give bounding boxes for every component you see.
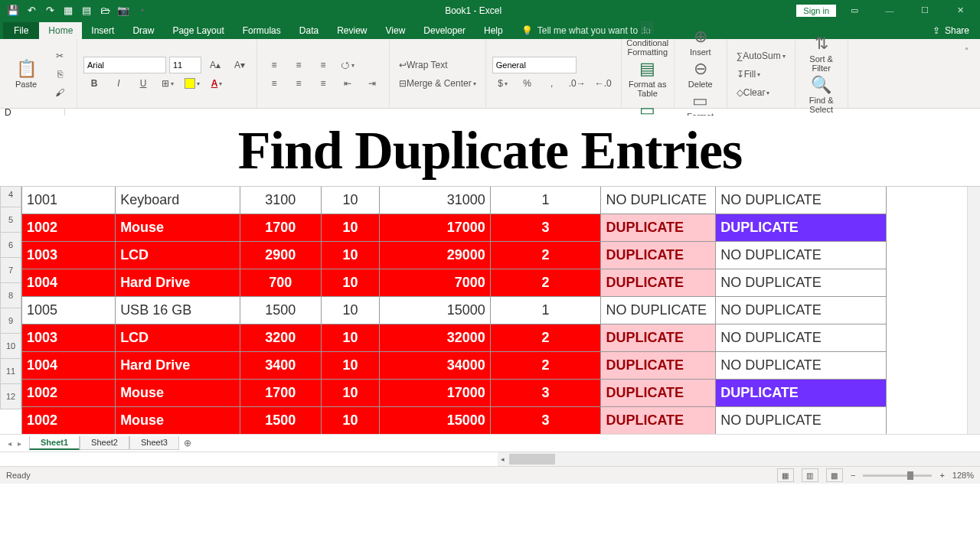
cut-icon[interactable]: ✂ (49, 47, 70, 64)
cell[interactable]: DUPLICATE (601, 242, 716, 269)
cell[interactable]: NO DUPLICATE (716, 269, 887, 297)
cell[interactable]: NO DUPLICATE (716, 407, 887, 435)
underline-button[interactable]: U (132, 75, 154, 92)
cell[interactable]: 3 (490, 407, 601, 435)
next-sheet-icon[interactable]: ▸ (18, 439, 21, 448)
cell[interactable]: Keyboard (116, 187, 240, 214)
comma-icon[interactable]: , (541, 75, 563, 92)
cell[interactable]: 2 (490, 352, 601, 380)
cell[interactable]: 3400 (240, 352, 321, 380)
cell[interactable]: LCD (116, 324, 240, 352)
align-middle-icon[interactable]: ≡ (288, 57, 309, 73)
format-as-table-button[interactable]: ▤Format as Table (628, 60, 668, 98)
cell[interactable]: 10 (321, 214, 379, 242)
horizontal-scrollbar[interactable]: ◂ (498, 452, 980, 466)
tab-insert[interactable]: Insert (82, 22, 123, 39)
format-painter-icon[interactable]: 🖌 (49, 84, 70, 101)
fill-button[interactable]: ↧ Fill (733, 66, 763, 83)
cell[interactable]: 1003 (22, 242, 116, 269)
sort-filter-button[interactable]: ⇅Sort & Filter (802, 34, 841, 73)
align-top-icon[interactable]: ≡ (263, 57, 285, 73)
row-header[interactable]: 8 (0, 283, 21, 308)
camera-icon[interactable]: 📷 (115, 2, 132, 19)
cell[interactable]: 1005 (22, 297, 116, 324)
cell[interactable]: LCD (116, 242, 240, 269)
cell[interactable]: 1700 (240, 380, 321, 407)
cell[interactable]: NO DUPLICATE (716, 297, 887, 324)
increase-indent-icon[interactable]: ⇥ (361, 75, 383, 92)
cell[interactable]: 2900 (240, 242, 321, 269)
cell[interactable]: 3 (490, 380, 601, 407)
font-name-input[interactable] (83, 57, 166, 73)
row-header[interactable]: 12 (0, 384, 21, 409)
zoom-level[interactable]: 128% (952, 471, 974, 480)
page-break-view-icon[interactable]: ▩ (826, 468, 843, 482)
maximize-icon[interactable]: ☐ (908, 0, 942, 21)
align-right-icon[interactable]: ≡ (312, 75, 334, 92)
fill-color-button[interactable] (181, 75, 203, 92)
cell[interactable]: DUPLICATE (716, 380, 887, 407)
cell[interactable]: DUPLICATE (601, 324, 716, 352)
copy-icon[interactable]: ⎘ (49, 66, 70, 83)
decrease-indent-icon[interactable]: ⇤ (337, 75, 358, 92)
wrap-text-button[interactable]: ↩ Wrap Text (396, 57, 451, 73)
cell[interactable]: 29000 (380, 242, 491, 269)
new-icon[interactable]: ▦ (60, 2, 77, 19)
cell[interactable]: NO DUPLICATE (716, 187, 887, 214)
cell[interactable]: Mouse (116, 380, 240, 407)
sign-in-button[interactable]: Sign in (796, 5, 836, 17)
cell[interactable]: 1 (490, 297, 601, 324)
zoom-slider[interactable] (863, 474, 932, 477)
align-center-icon[interactable]: ≡ (288, 75, 309, 92)
cell[interactable]: 10 (321, 187, 379, 214)
cell[interactable]: 10 (321, 324, 379, 352)
cell[interactable]: NO DUPLICATE (716, 242, 887, 269)
shrink-font-icon[interactable]: A▾ (229, 57, 250, 73)
cell[interactable]: 1700 (240, 214, 321, 242)
delete-button[interactable]: ⊖Delete (681, 60, 720, 89)
cell[interactable]: 15000 (380, 297, 491, 324)
cell[interactable]: 31000 (380, 187, 491, 214)
font-color-button[interactable]: A (206, 75, 227, 92)
close-icon[interactable]: ✕ (943, 0, 977, 21)
scroll-thumb[interactable] (509, 454, 555, 465)
cell[interactable]: 700 (240, 269, 321, 297)
cell[interactable]: 1004 (22, 269, 116, 297)
sheet-nav[interactable]: ◂▸ (0, 439, 29, 448)
cell[interactable]: DUPLICATE (601, 380, 716, 407)
cell[interactable]: Hard Drive (116, 269, 240, 297)
tab-page-layout[interactable]: Page Layout (163, 22, 233, 39)
cell[interactable]: NO DUPLICATE (601, 187, 716, 214)
scroll-left-icon[interactable]: ◂ (498, 455, 508, 463)
align-bottom-icon[interactable]: ≡ (312, 57, 334, 73)
paste-button[interactable]: 📋Paste (6, 60, 46, 89)
cell[interactable]: 2 (490, 324, 601, 352)
cell[interactable]: DUPLICATE (601, 407, 716, 435)
tab-file[interactable]: File (3, 22, 39, 39)
row-header[interactable]: 9 (0, 308, 21, 334)
bold-button[interactable]: B (83, 75, 105, 92)
cell[interactable]: DUPLICATE (601, 269, 716, 297)
font-size-input[interactable] (169, 57, 201, 73)
cell[interactable]: 3200 (240, 324, 321, 352)
cell[interactable]: 1004 (22, 352, 116, 380)
tab-formulas[interactable]: Formulas (234, 22, 290, 39)
collapse-ribbon-icon[interactable]: ˄ (956, 42, 977, 59)
decrease-decimal-icon[interactable]: ←.0 (592, 75, 615, 92)
cell[interactable]: 1500 (240, 407, 321, 435)
cell[interactable]: 1003 (22, 324, 116, 352)
cell[interactable]: 34000 (380, 352, 491, 380)
cell[interactable]: 17000 (380, 214, 491, 242)
zoom-in-button[interactable]: + (939, 471, 944, 480)
cell[interactable]: Mouse (116, 214, 240, 242)
align-left-icon[interactable]: ≡ (263, 75, 285, 92)
clear-button[interactable]: ◇ Clear (733, 84, 773, 101)
cell[interactable]: Hard Drive (116, 352, 240, 380)
grid-icon[interactable]: ▤ (78, 2, 95, 19)
grow-font-icon[interactable]: A▴ (204, 57, 226, 73)
cell[interactable]: 10 (321, 380, 379, 407)
cell[interactable]: 32000 (380, 324, 491, 352)
insert-button[interactable]: ⊕Insert (681, 28, 720, 57)
autosum-button[interactable]: ∑ AutoSum (733, 47, 789, 64)
tab-help[interactable]: Help (475, 22, 512, 39)
